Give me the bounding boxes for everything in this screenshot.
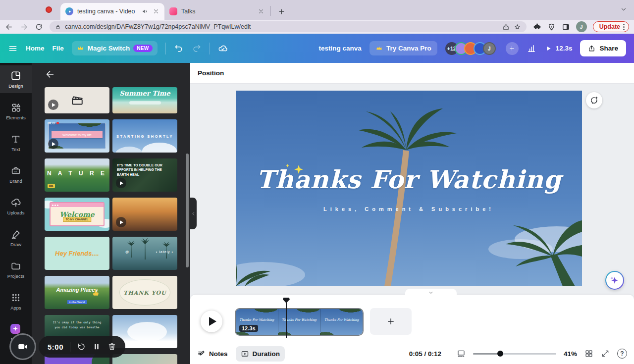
help-button[interactable]: ? bbox=[617, 349, 627, 359]
add-collaborator-button[interactable] bbox=[506, 42, 519, 55]
address-bar[interactable]: canva.com/design/DAFwZ8Y7w1g/72np4psc7aN… bbox=[50, 21, 527, 32]
tab-search-chevron-icon[interactable] bbox=[620, 6, 627, 13]
pause-recording-icon[interactable] bbox=[92, 342, 101, 351]
extensions-puzzle-icon[interactable] bbox=[533, 23, 541, 31]
reload-icon[interactable] bbox=[35, 23, 43, 31]
cloud-saved-icon bbox=[218, 44, 228, 53]
timeline-zoom-slider[interactable] bbox=[473, 350, 556, 357]
slider-knob[interactable] bbox=[497, 351, 503, 357]
share-button[interactable]: Share bbox=[580, 40, 626, 56]
playhead-line bbox=[286, 302, 287, 338]
canvas-subtitle-text[interactable]: Likes, Comment & Subscribe! bbox=[236, 206, 582, 212]
sidebar-item-design[interactable]: Design bbox=[0, 65, 32, 93]
apps-icon bbox=[10, 292, 21, 303]
template-thumbnail-thankyou[interactable]: THANK YOU bbox=[112, 276, 177, 309]
try-canva-pro-button[interactable]: Try Canva Pro bbox=[370, 41, 437, 55]
recording-indicator-dot bbox=[46, 6, 52, 13]
browser-tab-active[interactable]: testing canva - Video bbox=[60, 3, 164, 20]
webcam-button[interactable] bbox=[11, 335, 35, 359]
tab-strip: testing canva - Video Talks bbox=[0, 0, 634, 20]
update-label: Update bbox=[599, 23, 620, 30]
video-canvas[interactable]: Thanks For Watching Likes, Comment & Sub… bbox=[236, 91, 582, 286]
sidebar-item-elements[interactable]: Elements bbox=[0, 97, 32, 125]
panel-collapse-handle[interactable] bbox=[190, 198, 197, 229]
panel-scrollbar[interactable] bbox=[186, 154, 189, 267]
template-thumbnail-palms[interactable]: @• lately • bbox=[112, 237, 177, 270]
grid-view-icon[interactable] bbox=[584, 349, 593, 358]
sidebar-item-brand[interactable]: co.Brand bbox=[0, 160, 32, 188]
add-page-button[interactable] bbox=[370, 308, 412, 335]
share-page-icon[interactable] bbox=[502, 23, 510, 31]
tab-audio-icon[interactable] bbox=[142, 8, 149, 15]
undo-icon[interactable] bbox=[174, 44, 184, 53]
sidebar-item-apps[interactable]: Apps bbox=[0, 287, 32, 315]
divider bbox=[449, 349, 449, 359]
tab-close-icon[interactable] bbox=[153, 8, 159, 15]
insights-chart-icon[interactable] bbox=[527, 44, 536, 53]
play-icon bbox=[209, 317, 216, 326]
sidebar-item-text[interactable]: Text bbox=[0, 129, 32, 156]
position-button[interactable]: Position bbox=[198, 69, 224, 77]
header-divider bbox=[165, 43, 166, 54]
magic-switch-button[interactable]: Magic Switch NEW bbox=[72, 41, 158, 55]
collaborator-avatars[interactable]: +12 J bbox=[445, 42, 496, 55]
template-thumbnail-clapper[interactable] bbox=[45, 87, 109, 113]
preview-play-button[interactable]: 12.3s bbox=[544, 45, 573, 52]
video-clip[interactable]: 12.3s Thanks For WatchingThanks For Watc… bbox=[235, 308, 364, 336]
redo-icon[interactable] bbox=[192, 44, 202, 53]
sidebar-item-draw[interactable]: Draw bbox=[0, 224, 32, 252]
template-grid: Summer TimeRECWelcome to my lifeSTARTING… bbox=[45, 87, 177, 364]
timeline-collapse-tab[interactable] bbox=[405, 289, 457, 295]
template-thumbnail-startsoon[interactable]: STARTING SHORTLY bbox=[112, 119, 177, 153]
restart-recording-icon[interactable] bbox=[77, 342, 86, 351]
template-thumbnail-sunset[interactable] bbox=[112, 198, 177, 231]
document-title[interactable]: testing canva bbox=[319, 45, 362, 52]
total-duration: 12.3s bbox=[556, 45, 573, 52]
add-comment-button[interactable] bbox=[586, 92, 602, 108]
template-thumbnail-rec[interactable]: RECWelcome to my life bbox=[45, 119, 109, 153]
back-icon[interactable] bbox=[5, 23, 13, 31]
svg-text:co.: co. bbox=[14, 170, 18, 173]
template-thumbnail-hands[interactable] bbox=[112, 354, 177, 364]
divider bbox=[70, 342, 70, 352]
sparkle-icon bbox=[610, 276, 614, 280]
header-divider bbox=[210, 43, 210, 54]
template-thumbnail-mint[interactable]: Hey Friends.... bbox=[45, 237, 109, 270]
fullscreen-icon[interactable] bbox=[601, 349, 610, 358]
new-tab-button[interactable] bbox=[275, 5, 288, 18]
home-menu-item[interactable]: Home bbox=[26, 45, 45, 52]
browser-profile-avatar[interactable]: J bbox=[576, 21, 587, 32]
browser-tab-talks[interactable]: Talks bbox=[164, 3, 269, 20]
brand-icon: co. bbox=[10, 165, 21, 176]
panel-back-icon[interactable] bbox=[45, 69, 55, 80]
notes-button[interactable]: Notes bbox=[197, 350, 228, 358]
tab-close-icon[interactable] bbox=[258, 8, 264, 15]
hamburger-menu-icon[interactable] bbox=[8, 44, 18, 53]
timeline-view-icon[interactable] bbox=[457, 349, 466, 358]
template-thumbnail-summer[interactable]: Summer Time bbox=[112, 87, 177, 113]
talks-favicon bbox=[169, 7, 177, 15]
template-thumbnail-hills[interactable]: Amazing Placesin the World bbox=[45, 276, 109, 309]
duration-button[interactable]: Duration bbox=[236, 346, 285, 362]
magic-studio-button[interactable] bbox=[605, 271, 624, 290]
browser-update-button[interactable]: Update bbox=[593, 21, 629, 32]
shield-extension-icon[interactable] bbox=[547, 23, 556, 31]
url-text: canva.com/design/DAFwZ8Y7w1g/72np4psc7aN… bbox=[65, 23, 498, 30]
file-menu-item[interactable]: File bbox=[53, 45, 64, 52]
forward-icon[interactable] bbox=[20, 23, 28, 31]
template-thumbnail-retro[interactable]: WelcomeTO MY CHANNEL bbox=[45, 198, 109, 231]
projects-icon bbox=[10, 260, 21, 271]
delete-recording-icon[interactable] bbox=[107, 342, 116, 351]
browser-menu-icon[interactable] bbox=[623, 24, 625, 30]
canvas-title-text[interactable]: Thanks For Watching bbox=[236, 165, 582, 194]
bookmark-star-icon[interactable] bbox=[514, 23, 521, 31]
collaborator-avatar[interactable]: J bbox=[483, 42, 496, 55]
template-thumbnail-forest[interactable]: It's time to double our efforts in helpi… bbox=[112, 158, 177, 192]
template-thumbnail-nature[interactable]: N A T U R E8K bbox=[45, 158, 109, 192]
timeline-play-button[interactable] bbox=[201, 311, 222, 332]
sidebar-item-projects[interactable]: Projects bbox=[0, 256, 32, 283]
play-overlay-icon bbox=[48, 100, 58, 110]
tab-title: Talks bbox=[181, 8, 254, 15]
sidebar-item-uploads[interactable]: Uploads bbox=[0, 192, 32, 220]
side-panel-icon[interactable] bbox=[562, 23, 570, 31]
